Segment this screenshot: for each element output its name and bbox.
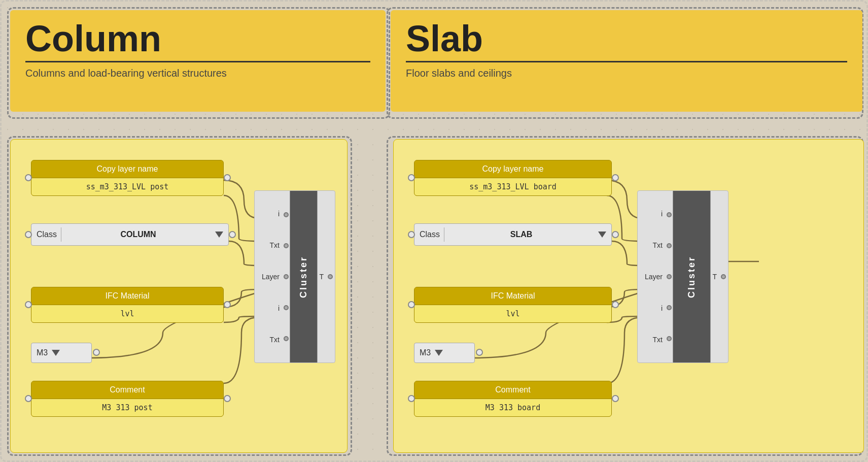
slab-cluster-port-txt2: Txt [641,336,663,344]
class-left-port [25,231,32,238]
class-slab-node[interactable]: Class SLAB [414,223,612,246]
class-column-node[interactable]: Class COLUMN [31,223,229,246]
slab-comment-right-port [612,395,619,402]
copy-layer-node: Copy layer name ss_m3_313_LVL post [31,160,224,196]
slab-ifc-right-port [612,301,619,308]
cluster-port-i2: i [258,304,280,312]
slab-comment-left-port [408,395,415,402]
m3-right-port [93,349,100,356]
slab-cluster-in-1 [667,212,672,217]
slab-cluster-in-5 [667,336,672,341]
cluster-port-txt1: Txt [258,241,280,249]
class-slab-value: SLAB [448,230,594,239]
m3-slab-node[interactable]: M3 [414,343,475,363]
copy-layer-left-port [25,174,32,181]
slab-cluster-ports-left: i Txt Layer i Txt [638,191,666,362]
m3-column-node[interactable]: M3 [31,343,92,363]
cluster-out-dots [326,191,335,362]
comment-node: Comment M3 313 post [31,381,224,417]
slab-cluster-body: Cluster [673,191,710,362]
comment-header: Comment [31,381,223,399]
slab-cluster-port-i2: i [641,304,663,312]
slab-m3-right-port [476,349,483,356]
cluster-in-dot-2 [284,243,289,248]
class-label: Class [37,230,57,239]
slab-panel: Slab Floor slabs and ceilings [391,10,862,112]
cluster-in-dot-1 [284,212,289,217]
slab-cluster-out-dots [719,191,728,362]
ifc-material-node: IFC Material lvl [31,287,224,323]
copy-layer-header: Copy layer name [31,160,223,178]
class-divider [61,227,61,242]
column-panel: Column Columns and load-bearing vertical… [10,10,386,112]
slab-class-label: Class [420,230,440,239]
slab-cluster-port-layer: Layer [641,273,663,281]
class-column-value: COLUMN [65,230,211,239]
slab-class-left-port [408,231,415,238]
slab-cluster-in-4 [667,305,672,310]
cluster-out-dot-t [328,274,333,279]
cluster-column-node: i Txt Layer i Txt Cluster T [254,190,335,363]
slab-cluster-port-i1: i [641,210,663,218]
slab-ifc-material-node: IFC Material lvl [414,287,612,323]
slab-title: Slab [406,20,847,62]
copy-layer-value: ss_m3_313_LVL post [31,178,223,195]
slab-ifc-left-port [408,301,415,308]
slab-cluster-in-3 [667,274,672,279]
class-right-port [229,231,236,238]
ifc-material-header: IFC Material [31,287,223,305]
cluster-port-layer: Layer [258,273,280,281]
cluster-ports-left: i Txt Layer i Txt [255,191,283,362]
slab-cluster-in-2 [667,243,672,248]
slab-class-dropdown-arrow[interactable] [598,232,606,238]
cluster-port-i1: i [258,210,280,218]
ifc-material-value: lvl [31,305,223,322]
slab-copy-right-port [612,174,619,181]
class-dropdown-arrow[interactable] [215,232,223,238]
cluster-output-t: T [319,273,324,281]
column-node-area: Copy layer name ss_m3_313_LVL post Class… [10,139,348,453]
slab-ifc-value: lvl [414,305,611,322]
slab-copy-layer-node: Copy layer name ss_m3_313_LVL board [414,160,612,196]
comment-right-port [224,395,231,402]
m3-label: M3 [37,348,48,357]
cluster-slab-node: i Txt Layer i Txt Cluster T [637,190,728,363]
slab-cluster-output: T [710,191,719,362]
slab-class-right-port [612,231,619,238]
comment-left-port [25,395,32,402]
slab-class-divider [444,227,444,242]
slab-m3-arrow[interactable] [435,350,443,356]
cluster-port-txt2: Txt [258,336,280,344]
comment-value: M3 313 post [31,399,223,416]
cluster-in-dot-5 [284,336,289,341]
slab-ifc-header: IFC Material [414,287,611,305]
slab-copy-layer-header: Copy layer name [414,160,611,178]
slab-node-area: Copy layer name ss_m3_313_LVL board Clas… [393,139,864,453]
slab-cluster-input-ports [666,191,673,362]
m3-dropdown-arrow[interactable] [52,350,60,356]
slab-cluster-port-txt1: Txt [641,241,663,249]
slab-comment-header: Comment [414,381,611,399]
ifc-left-port [25,301,32,308]
cluster-input-ports [283,191,290,362]
column-subtitle: Columns and load-bearing vertical struct… [25,68,370,79]
slab-cluster-output-t: T [712,273,717,281]
copy-layer-right-port [224,174,231,181]
slab-comment-value: M3 313 board [414,399,611,416]
column-title: Column [25,20,370,62]
cluster-body-label: Cluster [290,191,317,362]
slab-cluster-out-t [721,274,726,279]
ifc-right-port [224,301,231,308]
slab-m3-label: M3 [420,348,431,357]
slab-copy-layer-value: ss_m3_313_LVL board [414,178,611,195]
cluster-in-dot-3 [284,274,289,279]
cluster-output-area: T [317,191,326,362]
slab-copy-left-port [408,174,415,181]
slab-subtitle: Floor slabs and ceilings [406,68,847,79]
cluster-in-dot-4 [284,305,289,310]
slab-comment-node: Comment M3 313 board [414,381,612,417]
